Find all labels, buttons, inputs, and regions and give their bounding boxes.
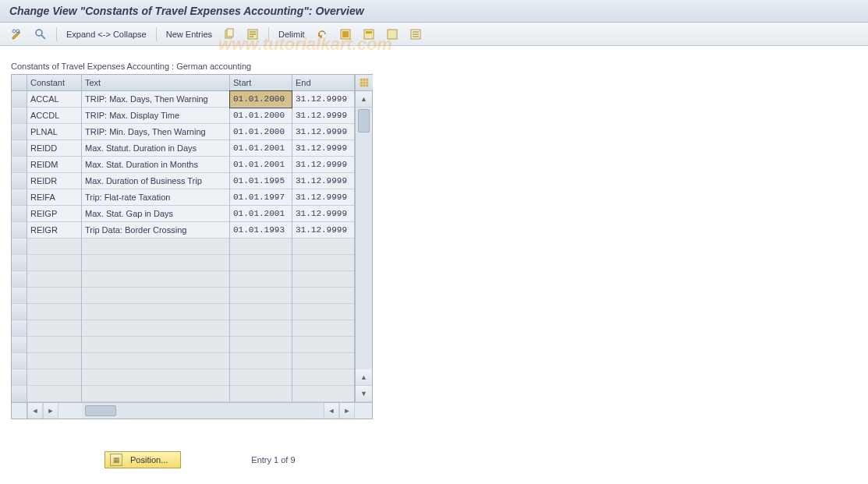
cell-end[interactable]: 31.12.9999	[292, 173, 354, 189]
row-selector[interactable]	[12, 140, 27, 157]
cell-empty[interactable]	[230, 353, 292, 369]
row-selector[interactable]	[12, 173, 27, 189]
cell-start[interactable]: 01.01.1995	[230, 173, 292, 189]
cell-end[interactable]: 31.12.9999	[292, 140, 354, 157]
cell-empty[interactable]	[292, 386, 354, 402]
hscroll-track[interactable]	[82, 403, 324, 419]
cell-empty[interactable]	[230, 369, 292, 386]
cell-constant[interactable]: REIGP	[27, 206, 81, 222]
cell-empty[interactable]	[82, 238, 229, 255]
row-selector[interactable]	[12, 222, 27, 238]
cell-empty[interactable]	[292, 320, 354, 337]
hscroll-right-b[interactable]: ►	[339, 403, 355, 419]
cell-constant[interactable]: REIDM	[27, 157, 81, 173]
cell-text[interactable]: Max. Duration of Business Trip	[82, 173, 229, 189]
undo-button[interactable]	[313, 26, 331, 42]
cell-empty[interactable]	[292, 271, 354, 288]
row-selector[interactable]	[12, 369, 27, 386]
cell-empty[interactable]	[27, 238, 81, 255]
cell-empty[interactable]	[230, 320, 292, 337]
cell-start[interactable]: 01.01.2001	[230, 157, 292, 173]
cell-empty[interactable]	[230, 238, 292, 255]
cell-empty[interactable]	[27, 271, 81, 288]
new-entries-button[interactable]: New Entries	[163, 28, 215, 41]
row-selector[interactable]	[12, 271, 27, 288]
cell-end[interactable]: 31.12.9999	[292, 157, 354, 173]
scroll-down-button-2[interactable]: ▼	[356, 386, 372, 402]
cell-empty[interactable]	[230, 304, 292, 320]
header-start[interactable]: Start	[230, 75, 292, 91]
cell-constant[interactable]: REIFA	[27, 189, 81, 206]
cell-empty[interactable]	[27, 386, 81, 402]
cell-empty[interactable]	[82, 304, 229, 320]
form-button[interactable]	[406, 26, 425, 42]
cell-empty[interactable]	[230, 255, 292, 271]
horizontal-scrollbar[interactable]: ◄ ► ◄ ►	[12, 402, 372, 419]
cell-end[interactable]: 31.12.9999	[292, 124, 354, 140]
vertical-scrollbar[interactable]: ▲ ▲ ▼	[355, 75, 372, 402]
cell-text[interactable]: Max. Stat. Gap in Days	[82, 206, 229, 222]
cell-empty[interactable]	[292, 353, 354, 369]
hscroll-thumb[interactable]	[85, 405, 116, 416]
configure-columns-button[interactable]	[356, 75, 373, 91]
cell-empty[interactable]	[82, 386, 229, 402]
row-selector[interactable]	[12, 353, 27, 369]
cell-end[interactable]: 31.12.9999	[292, 108, 354, 124]
row-selector[interactable]	[12, 337, 27, 353]
scroll-up-button[interactable]: ▲	[356, 91, 372, 108]
cell-start[interactable]: 01.01.2000	[230, 91, 292, 108]
cell-empty[interactable]	[292, 369, 354, 386]
scroll-down-button[interactable]: ▲	[356, 369, 372, 386]
cell-end[interactable]: 31.12.9999	[292, 189, 354, 206]
select-all-button[interactable]	[336, 26, 355, 42]
cell-start[interactable]: 01.01.1993	[230, 222, 292, 238]
cell-empty[interactable]	[27, 255, 81, 271]
header-text[interactable]: Text	[82, 75, 229, 91]
copy-button[interactable]	[220, 26, 239, 42]
header-end[interactable]: End	[292, 75, 354, 91]
row-selector[interactable]	[12, 386, 27, 402]
cell-empty[interactable]	[292, 288, 354, 304]
cell-start[interactable]: 01.01.2001	[230, 206, 292, 222]
row-selector[interactable]	[12, 288, 27, 304]
entry-icon-button[interactable]	[243, 26, 262, 42]
cell-empty[interactable]	[27, 369, 81, 386]
cell-constant[interactable]: ACCDL	[27, 108, 81, 124]
cell-empty[interactable]	[82, 255, 229, 271]
cell-empty[interactable]	[82, 353, 229, 369]
cell-empty[interactable]	[230, 288, 292, 304]
cell-text[interactable]: Trip: Flat-rate Taxation	[82, 189, 229, 206]
toggle-display-change-button[interactable]	[8, 26, 27, 42]
cell-constant[interactable]: REIDD	[27, 140, 81, 157]
cell-start[interactable]: 01.01.1997	[230, 189, 292, 206]
hscroll-right-a[interactable]: ►	[43, 403, 58, 419]
cell-start[interactable]: 01.01.2001	[230, 140, 292, 157]
cell-empty[interactable]	[292, 255, 354, 271]
cell-constant[interactable]: PLNAL	[27, 124, 81, 140]
deselect-all-button[interactable]	[383, 26, 402, 42]
other-view-button[interactable]	[31, 26, 50, 42]
delimit-button[interactable]: Delimit	[275, 28, 308, 41]
cell-empty[interactable]	[82, 337, 229, 353]
cell-text[interactable]: Max. Statut. Duration in Days	[82, 140, 229, 157]
cell-constant[interactable]: REIGR	[27, 222, 81, 238]
row-selector[interactable]	[12, 304, 27, 320]
position-button[interactable]: ▦ Position...	[105, 451, 181, 468]
cell-empty[interactable]	[230, 271, 292, 288]
cell-empty[interactable]	[230, 386, 292, 402]
cell-text[interactable]: TRIP: Max. Display Time	[82, 108, 229, 124]
cell-empty[interactable]	[82, 288, 229, 304]
row-selector[interactable]	[12, 206, 27, 222]
cell-start[interactable]: 01.01.2000	[230, 108, 292, 124]
cell-end[interactable]: 31.12.9999	[292, 206, 354, 222]
cell-text[interactable]: TRIP: Max. Days, Then Warning	[82, 91, 229, 108]
vscroll-thumb[interactable]	[358, 109, 370, 132]
cell-text[interactable]: Max. Stat. Duration in Months	[82, 157, 229, 173]
cell-empty[interactable]	[27, 320, 81, 337]
row-selector[interactable]	[12, 189, 27, 206]
cell-text[interactable]: Trip Data: Border Crossing	[82, 222, 229, 238]
cell-end[interactable]: 31.12.9999	[292, 91, 354, 108]
cell-end[interactable]: 31.12.9999	[292, 222, 354, 238]
row-selector[interactable]	[12, 157, 27, 173]
cell-empty[interactable]	[27, 288, 81, 304]
